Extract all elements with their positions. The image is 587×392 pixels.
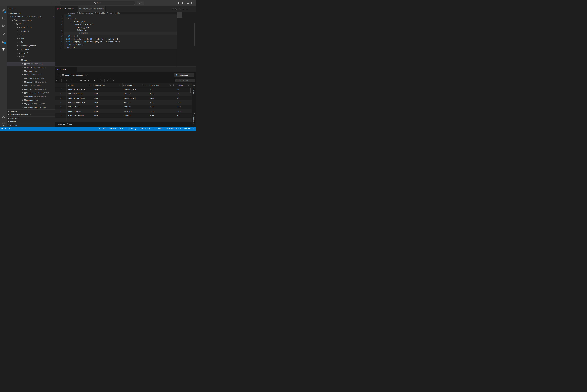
tree-item-schema-information-schema[interactable]: information_schema: [7, 44, 55, 48]
codelens-schema[interactable]: sakila: [114, 12, 120, 14]
table-row[interactable]: 6 AGENT TRUMAN 2006 Foreign 2.99 169: [55, 109, 192, 113]
filter-funnel-icon[interactable]: [188, 84, 189, 86]
tab-untitled-1[interactable]: SELECT Untitled-1 ●: [55, 6, 78, 12]
codelens-connection[interactable]: PostgreSQL: [95, 12, 105, 14]
code-line[interactable]: JOIN film_category fc ON f.film_id = fc.…: [66, 38, 120, 40]
auto-commit-toggle[interactable]: Auto-Commit: ON: [175, 128, 191, 130]
remote-indicator[interactable]: ><: [1, 128, 3, 130]
collapse-panel-icon[interactable]: [193, 122, 195, 124]
column-header-title[interactable]: abc title ⋮: [67, 83, 92, 87]
tree-item-schema-fdw[interactable]: fdw: [7, 36, 55, 40]
section-tunnels[interactable]: TUNNELS: [7, 110, 55, 113]
row-number[interactable]: 1: [55, 88, 67, 90]
section-favorites[interactable]: FAVORITES: [7, 116, 55, 120]
table-row[interactable]: 3 ADAPTATION HOLES 2006 Documentary 2.99…: [55, 96, 192, 100]
activity-dbcode[interactable]: [0, 46, 7, 52]
code-line[interactable]: c.name AS category,: [66, 23, 120, 26]
cell-length[interactable]: 48: [177, 93, 179, 95]
refresh-button[interactable]: [56, 80, 60, 82]
code-line[interactable]: JOIN category c ON fc.category_id = c.ca…: [66, 40, 120, 44]
code-line[interactable]: FROM film f: [66, 35, 120, 38]
grid-scrollbar[interactable]: [190, 88, 191, 93]
code-line[interactable]: f.rental_rate,: [66, 26, 120, 29]
problems-indicator[interactable]: 0 0: [5, 128, 12, 130]
tree-item-schema-pg-catalog[interactable]: pg_catalog: [7, 48, 55, 51]
close-icon[interactable]: ×: [75, 68, 76, 70]
cell-title[interactable]: AGENT TRUMAN: [68, 110, 81, 112]
cell-release-year[interactable]: 2006: [94, 88, 98, 90]
code-line[interactable]: LIMIT 50: [66, 46, 120, 49]
editor-more-actions[interactable]: ···: [186, 8, 188, 10]
column-menu-icon[interactable]: ⋮: [145, 84, 147, 86]
cell-release-year[interactable]: 2006: [94, 114, 98, 116]
add-row-button[interactable]: [80, 80, 82, 82]
cell-rental-rate[interactable]: 2.99: [150, 102, 154, 104]
tree-item-schema-public[interactable]: public Default: [7, 26, 55, 29]
cell-length[interactable]: 169: [177, 110, 181, 112]
table-row[interactable]: 1 ACADEMY DINOSAUR 2006 Documentary 0.99…: [55, 87, 192, 92]
cell-rental-rate[interactable]: 0.99: [150, 88, 154, 90]
codelens-execute[interactable]: Execute: [68, 12, 75, 14]
toggle-secondary-sidebar-button[interactable]: [191, 2, 194, 4]
tree-item-schema-23schema[interactable]: 23schema: [7, 29, 55, 33]
nav-back-button[interactable]: ←: [51, 1, 54, 4]
explain-info-icon[interactable]: [175, 8, 177, 10]
cell-category[interactable]: Family: [124, 106, 131, 108]
section-history[interactable]: HISTORY: [7, 120, 55, 124]
activity-search[interactable]: [0, 15, 7, 21]
result-tab-active[interactable]: SELECT f.title, f.releas... · 50: [62, 72, 88, 78]
engine-select-dropdown[interactable]: PostgreSQL: [174, 73, 194, 77]
layout-control-button[interactable]: [137, 1, 144, 5]
cell-release-year[interactable]: 2006: [94, 97, 98, 99]
encoding[interactable]: UTF-8: [118, 128, 123, 130]
cell-category[interactable]: Horror: [124, 102, 131, 104]
cell-release-year[interactable]: 2006: [94, 106, 98, 108]
column-menu-icon[interactable]: ⋮: [173, 84, 174, 86]
code-line[interactable]: ORDER BY f.title: [66, 44, 120, 46]
cell-title[interactable]: ACE GOLDFINGER: [68, 93, 83, 95]
row-number[interactable]: 5: [55, 106, 67, 108]
column-menu-icon[interactable]: ⋮: [119, 84, 121, 86]
quick-search-input[interactable]: [178, 80, 193, 81]
table-row[interactable]: 5 AFRICAN EGG 2006 Family 2.99 130: [55, 105, 192, 109]
eol-sequence[interactable]: LF: [125, 128, 127, 130]
quick-search-box[interactable]: [175, 78, 195, 82]
command-center-search[interactable]: demo: [60, 1, 135, 5]
tree-item-schema-dim[interactable]: dim: [7, 33, 55, 36]
cell-category[interactable]: Horror: [124, 93, 131, 95]
cell-title[interactable]: AFFAIR PREJUDICE: [68, 102, 85, 104]
activity-source-control[interactable]: [0, 23, 7, 29]
filter-funnel-icon[interactable]: [86, 84, 88, 86]
column-header-category[interactable]: abc category ⋮: [122, 83, 148, 87]
cell-category[interactable]: Documentary: [124, 97, 136, 99]
undo-button[interactable]: [71, 80, 73, 82]
row-number[interactable]: 3: [55, 97, 67, 99]
language-mode[interactable]: { }MS SQL: [129, 128, 137, 130]
tree-item-table-film-actor[interactable]: film_actor 5K rows, 496KB: [7, 88, 55, 91]
analyze-chart-icon[interactable]: [179, 8, 181, 10]
cursor-position[interactable]: Ln 7, Col 21: [98, 128, 107, 130]
table-row[interactable]: 2 ACE GOLDFINGER 2006 Horror 4.99 48: [55, 92, 192, 96]
cell-length[interactable]: 50: [177, 97, 179, 99]
cell-rental-rate[interactable]: 4.99: [150, 93, 154, 95]
cell-category[interactable]: Documentary: [124, 88, 136, 90]
row-number[interactable]: 6: [55, 110, 67, 112]
table-row[interactable]: 4 AFFAIR PREJUDICE 2006 Horror 2.99 117: [55, 100, 192, 104]
panel-tab-dbcode[interactable]: DBCode ×: [55, 66, 77, 72]
tree-item-table-inventory[interactable]: inventory 5K rows, 464KB: [7, 95, 55, 98]
column-header-rental-rate[interactable]: # rental_rate ⋮: [148, 83, 176, 87]
tree-item-database-code[interactable]: code 374MB, Default: [7, 18, 55, 22]
toggle-panel-button[interactable]: [186, 2, 189, 4]
messages-view-button[interactable]: [57, 73, 61, 77]
export-button[interactable]: [106, 80, 109, 82]
cell-title[interactable]: AFRICAN EGG: [68, 106, 80, 108]
tree-item-connection-postgresql[interactable]: PostgreSQL 17.0 (Debian 17.0-1.pg... ●: [7, 15, 55, 18]
sidebar-more-actions[interactable]: ···: [52, 8, 54, 10]
nav-forward-button[interactable]: →: [55, 1, 58, 4]
customize-layout-button[interactable]: [177, 2, 180, 4]
save-button[interactable]: [63, 80, 67, 82]
cell-category[interactable]: Foreign: [124, 110, 132, 112]
filter-funnel-icon[interactable]: [116, 84, 118, 86]
activity-extensions[interactable]: 1: [0, 38, 7, 44]
cell-release-year[interactable]: 2006: [94, 93, 98, 95]
